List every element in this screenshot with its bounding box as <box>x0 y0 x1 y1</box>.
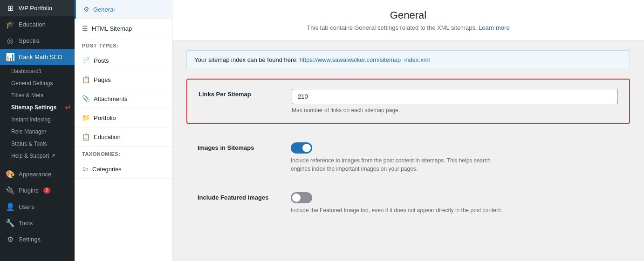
sidebar-submenu: Dashboard 1 General Settings Titles & Me… <box>0 65 75 162</box>
sidebar-item-plugins[interactable]: 🔌 Plugins 2 <box>0 182 75 199</box>
sidebar-sub-status-tools[interactable]: Status & Tools <box>0 138 75 150</box>
page-title: General <box>186 9 630 21</box>
general-nav-icon: ⚙ <box>83 6 89 13</box>
sidebar-item-rank-math[interactable]: 📊 Rank Math SEO <box>0 49 75 65</box>
sidebar-item-appearance[interactable]: 🎨 Appearance <box>0 166 75 182</box>
images-in-sitemaps-desc: Include reference to images from the pos… <box>291 156 619 173</box>
sidebar-sub-instant-indexing[interactable]: Instant Indexing <box>0 114 75 126</box>
sidebar-sub-general-settings[interactable]: General Settings <box>0 77 75 89</box>
sitemap-nav-education[interactable]: 📋 Education <box>75 127 172 147</box>
sidebar-item-spectra[interactable]: ◎ Spectra <box>0 33 75 49</box>
post-types-label: Post Types: <box>75 38 172 51</box>
education-icon: 🎓 <box>6 20 15 29</box>
links-per-sitemap-row: Links Per Sitemap Max number of links on… <box>186 79 630 124</box>
sitemap-nav-portfolio[interactable]: 📁 Portfolio <box>75 108 172 127</box>
info-banner: Your sitemap index can be found here: ht… <box>186 50 630 69</box>
content-area: General This tab contains General settin… <box>172 0 644 261</box>
arrow-icon: ↵ <box>65 103 71 112</box>
users-icon: 👤 <box>6 202 15 211</box>
include-featured-label: Include Featured Images <box>198 194 268 201</box>
sitemap-nav-html[interactable]: ☰ HTML Sitemap <box>75 19 172 38</box>
attachments-icon: 📎 <box>82 95 90 102</box>
sidebar: ⊞ WP Portfolio 🎓 Education ◎ Spectra 📊 R… <box>0 0 75 261</box>
rank-math-icon: 📊 <box>6 53 15 61</box>
sidebar-sub-help-support[interactable]: Help & Support ↗ <box>0 150 75 162</box>
sidebar-item-wp-portfolio[interactable]: ⊞ WP Portfolio <box>0 0 75 16</box>
appearance-icon: 🎨 <box>6 170 15 179</box>
sitemap-nav-pages[interactable]: 📋 Pages <box>75 70 172 89</box>
divider <box>0 164 75 164</box>
portfolio-icon: 📁 <box>82 114 90 121</box>
sidebar-item-education[interactable]: 🎓 Education <box>0 16 75 33</box>
images-in-sitemaps-toggle[interactable] <box>291 142 312 154</box>
include-featured-desc: Include the Featured Image too, even if … <box>291 206 619 214</box>
learn-more-link[interactable]: Learn more <box>479 24 509 31</box>
include-featured-toggle[interactable] <box>291 192 312 203</box>
wp-portfolio-icon: ⊞ <box>6 4 15 13</box>
categories-icon: 🗂 <box>82 165 89 173</box>
sitemap-nav-posts[interactable]: 📄 Posts <box>75 51 172 70</box>
include-featured-row: Include Featured Images Include the Feat… <box>186 183 630 224</box>
links-per-sitemap-label: Links Per Sitemap <box>199 91 251 98</box>
sitemap-navigation: ⚙ General ☰ HTML Sitemap Post Types: 📄 P… <box>75 0 172 261</box>
content-body: Your sitemap index can be found here: ht… <box>172 41 644 234</box>
links-per-sitemap-help: Max number of links on each sitemap page… <box>292 107 618 114</box>
education-nav-icon: 📋 <box>82 133 90 141</box>
sidebar-sub-sitemap-settings[interactable]: Sitemap Settings ↵ <box>0 101 75 114</box>
sidebar-sub-dashboard[interactable]: Dashboard 1 <box>0 65 75 77</box>
sidebar-sub-titles-meta[interactable]: Titles & Meta <box>0 89 75 101</box>
sidebar-item-tools[interactable]: 🔧 Tools <box>0 215 75 231</box>
main-content: ⚙ General ☰ HTML Sitemap Post Types: 📄 P… <box>75 0 644 261</box>
links-per-sitemap-input[interactable] <box>292 89 618 104</box>
images-in-sitemaps-row: Images in Sitemaps Include reference to … <box>186 133 630 183</box>
spectra-icon: ◎ <box>6 36 15 45</box>
html-sitemap-icon: ☰ <box>82 25 88 32</box>
sidebar-item-settings[interactable]: ⚙ Settings <box>0 231 75 248</box>
plugins-icon: 🔌 <box>6 186 15 195</box>
posts-icon: 📄 <box>82 57 90 64</box>
sidebar-sub-role-manager[interactable]: Role Manager <box>0 126 75 138</box>
settings-icon: ⚙ <box>6 235 15 244</box>
sitemap-nav-attachments[interactable]: 📎 Attachments <box>75 89 172 108</box>
sitemap-nav-general[interactable]: ⚙ General <box>75 0 172 19</box>
content-header: General This tab contains General settin… <box>172 0 644 41</box>
taxonomies-label: Taxonomies: <box>75 147 172 160</box>
tools-icon: 🔧 <box>6 219 15 228</box>
header-description: This tab contains General settings relat… <box>186 24 630 31</box>
sitemap-url-link[interactable]: https://www.sawalwalker.com/sitemap_inde… <box>300 56 430 63</box>
sidebar-item-users[interactable]: 👤 Users <box>0 199 75 215</box>
pages-icon: 📋 <box>82 76 90 83</box>
sitemap-nav-categories[interactable]: 🗂 Categories <box>75 160 172 179</box>
images-in-sitemaps-label: Images in Sitemaps <box>198 144 254 151</box>
